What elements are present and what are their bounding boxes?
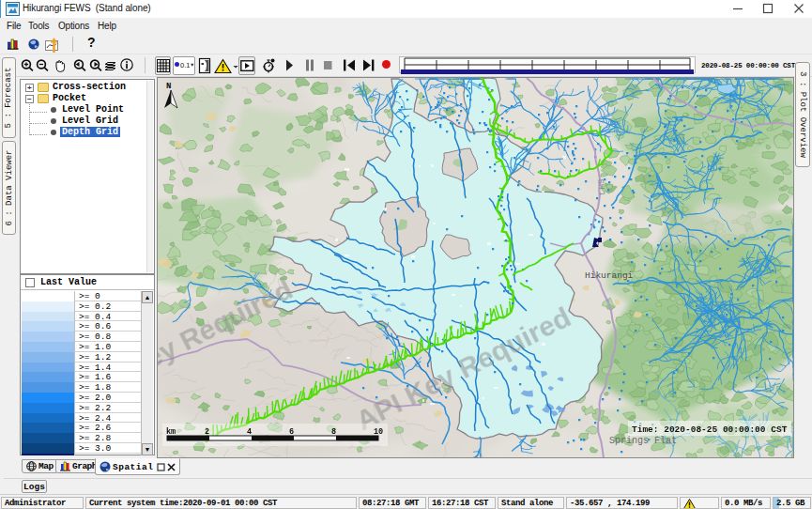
svg-text:Springs Flat: Springs Flat [609, 436, 677, 446]
svg-text:Hikurangi: Hikurangi [585, 270, 634, 281]
svg-text:Time: 2020-08-25 00:00:00 CST: Time: 2020-08-25 00:00:00 CST [632, 424, 788, 435]
svg-text:N: N [166, 82, 171, 91]
